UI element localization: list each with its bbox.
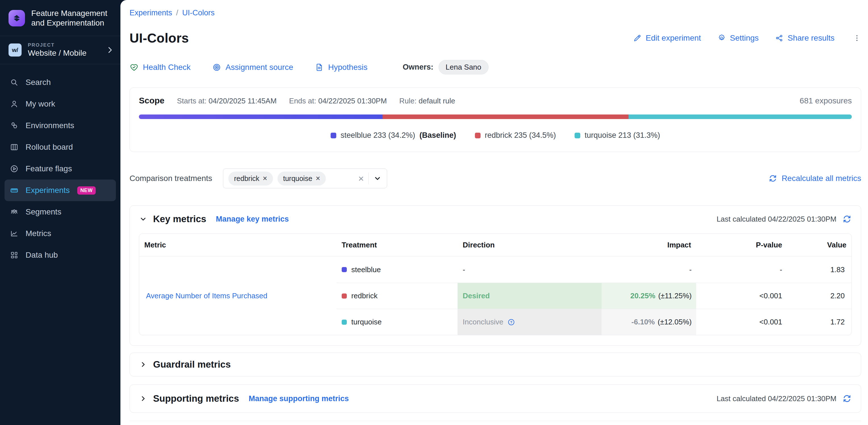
- chip-turquoise[interactable]: turquoise×: [278, 172, 326, 185]
- owner-chip[interactable]: Lena Sano: [438, 60, 489, 74]
- p-value-cell: <0.001: [696, 283, 795, 309]
- direction-cell-inconclusive: Inconclusive ?: [458, 309, 601, 335]
- col-header-direction: Direction: [458, 234, 601, 256]
- exposure-distribution-bar: [139, 115, 852, 119]
- key-metrics-table: Metric Treatment Direction Impact P-valu…: [139, 234, 852, 335]
- edit-experiment-button[interactable]: Edit experiment: [633, 33, 701, 42]
- recalculate-label: Recalculate all metrics: [782, 174, 861, 183]
- bar-segment-steelblue: [139, 115, 382, 119]
- hypothesis-label: Hypothesis: [328, 63, 368, 72]
- scope-card: Scope Starts at: 04/20/2025 11:45AM Ends…: [129, 88, 861, 152]
- expand-guardrail-chevron[interactable]: [139, 360, 147, 369]
- sidebar: Feature Management and Experimentation w…: [0, 0, 120, 425]
- chip-remove-icon[interactable]: ×: [316, 176, 320, 181]
- key-metrics-card: Key metrics Manage key metrics Last calc…: [129, 205, 861, 346]
- sidebar-item-label: Experiments: [26, 186, 70, 195]
- key-metrics-last-calculated: Last calculated 04/22/2025 01:30PM: [717, 215, 836, 223]
- settings-button[interactable]: Settings: [717, 33, 758, 42]
- refresh-icon[interactable]: [842, 214, 852, 224]
- sidebar-item-search[interactable]: Search: [0, 71, 120, 93]
- col-header-value: Value: [795, 234, 851, 256]
- project-avatar: w/: [8, 43, 22, 57]
- hexagons-icon: [10, 121, 19, 130]
- value-cell: 1.83: [795, 256, 851, 283]
- scope-rule: Rule: default rule: [399, 97, 455, 105]
- main-content: Experiments / UI-Colors UI-Colors Edit e…: [120, 0, 868, 425]
- sidebar-item-data-hub[interactable]: Data hub: [0, 244, 120, 266]
- line-chart-icon: [10, 229, 19, 238]
- assignment-source-link[interactable]: Assignment source: [212, 63, 293, 72]
- sidebar-item-label: Metrics: [26, 229, 51, 238]
- manage-key-metrics-link[interactable]: Manage key metrics: [216, 215, 289, 223]
- supporting-metrics-title: Supporting metrics: [153, 393, 239, 404]
- sidebar-item-label: Feature flags: [26, 164, 72, 173]
- manage-supporting-metrics-link[interactable]: Manage supporting metrics: [249, 394, 349, 403]
- scope-ends: Ends at: 04/22/2025 01:30PM: [289, 97, 387, 105]
- sidebar-item-segments[interactable]: Segments: [0, 201, 120, 223]
- search-icon: [10, 78, 19, 87]
- refresh-icon: [768, 174, 777, 183]
- treatments-multiselect[interactable]: redbrick× turquoise× ×: [223, 169, 387, 188]
- hypothesis-link[interactable]: Hypothesis: [315, 63, 368, 72]
- col-header-impact: Impact: [601, 234, 696, 256]
- share-results-label: Share results: [787, 33, 835, 42]
- sidebar-item-experiments[interactable]: Experiments NEW: [4, 180, 116, 201]
- share-results-button[interactable]: Share results: [775, 33, 835, 42]
- legend-item-steelblue: steelblue 233 (34.2%) (Baseline): [331, 131, 456, 140]
- chip-redbrick[interactable]: redbrick×: [228, 172, 273, 185]
- supporting-metrics-card: Supporting metrics Manage supporting met…: [129, 384, 861, 413]
- sidebar-item-metrics[interactable]: Metrics: [0, 223, 120, 244]
- value-cell: 2.20: [795, 283, 851, 309]
- sidebar-nav: Search My work Environments Rollout boar…: [0, 64, 120, 266]
- project-name: Website / Mobile: [28, 49, 86, 58]
- key-metrics-title: Key metrics: [153, 214, 206, 224]
- breadcrumb-experiments[interactable]: Experiments: [129, 8, 172, 17]
- health-check-link[interactable]: Health Check: [129, 63, 191, 72]
- col-header-p-value: P-value: [696, 234, 795, 256]
- sidebar-item-label: Environments: [26, 121, 74, 130]
- impact-cell: 20.25% (±11.25%): [601, 283, 696, 309]
- scope-title: Scope: [139, 96, 164, 105]
- treatment-swatch: [342, 320, 347, 325]
- board-columns-icon: [10, 143, 19, 152]
- guardrail-metrics-card: Guardrail metrics: [129, 353, 861, 376]
- heart-check-icon: [129, 63, 138, 72]
- recalculate-all-metrics-button[interactable]: Recalculate all metrics: [768, 174, 861, 183]
- scope-starts: Starts at: 04/20/2025 11:45AM: [177, 97, 277, 105]
- refresh-icon[interactable]: [842, 394, 852, 403]
- clear-all-icon[interactable]: ×: [358, 174, 364, 183]
- sidebar-item-environments[interactable]: Environments: [0, 115, 120, 136]
- project-switcher[interactable]: w/ PROJECT Website / Mobile: [0, 36, 120, 64]
- chevron-down-icon[interactable]: [373, 174, 382, 183]
- more-options-button[interactable]: [852, 34, 861, 42]
- help-icon[interactable]: ?: [507, 318, 515, 326]
- app-title: Feature Management and Experimentation: [31, 8, 107, 28]
- pencil-icon: [633, 34, 642, 42]
- exposures-count: 681 exposures: [800, 96, 852, 105]
- new-badge: NEW: [77, 186, 96, 194]
- metric-link[interactable]: Average Number of Items Purchased: [146, 292, 267, 300]
- sidebar-item-feature-flags[interactable]: Feature flags: [0, 158, 120, 180]
- document-icon: [315, 63, 324, 72]
- table-row-treatment: redbrick: [337, 283, 458, 309]
- owners-label: Owners:: [403, 63, 433, 71]
- header-actions: Edit experiment Settings Share results: [633, 33, 861, 42]
- value-cell: 1.72: [795, 309, 851, 335]
- sidebar-item-my-work[interactable]: My work: [0, 93, 120, 115]
- collapse-key-metrics-chevron[interactable]: [139, 215, 147, 223]
- expand-supporting-chevron[interactable]: [139, 394, 147, 403]
- project-label: PROJECT: [28, 42, 86, 48]
- assignment-source-label: Assignment source: [225, 63, 293, 72]
- sidebar-item-rollout-board[interactable]: Rollout board: [0, 136, 120, 158]
- treatment-swatch: [342, 267, 347, 272]
- metric-name-cell: Average Number of Items Purchased: [139, 256, 337, 335]
- breadcrumb-current[interactable]: UI-Colors: [182, 8, 215, 17]
- people-icon: [10, 207, 19, 216]
- bullseye-icon: [212, 63, 221, 72]
- direction-cell: -: [458, 256, 601, 283]
- app-logo-row: Feature Management and Experimentation: [0, 0, 120, 36]
- app-logo-icon: [8, 10, 25, 26]
- ruler-icon: [10, 186, 19, 195]
- chip-remove-icon[interactable]: ×: [263, 176, 267, 181]
- impact-cell: -6.10% (±12.05%): [601, 309, 696, 335]
